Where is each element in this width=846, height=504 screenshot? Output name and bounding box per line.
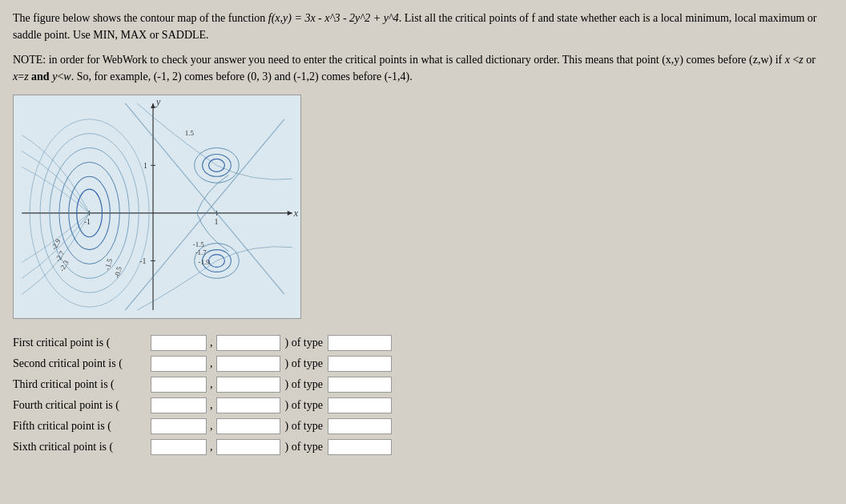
cp4-y-input[interactable] bbox=[216, 397, 280, 413]
cp6-type-input[interactable] bbox=[328, 439, 392, 455]
contour-map: x y 1 -1 1 -1 bbox=[13, 95, 301, 319]
cp3-comma: , bbox=[210, 378, 213, 391]
cp6-comma: , bbox=[210, 441, 213, 454]
cp4-of-type: ) of type bbox=[285, 399, 323, 412]
critical-point-row-2: Second critical point is ( , ) of type bbox=[13, 356, 833, 372]
cp2-of-type: ) of type bbox=[285, 357, 323, 370]
cp3-x-input[interactable] bbox=[151, 377, 207, 393]
cp5-type-input[interactable] bbox=[328, 418, 392, 434]
cp2-type-input[interactable] bbox=[328, 356, 392, 372]
cp4-label: Fourth critical point is ( bbox=[13, 399, 149, 412]
cp3-type-input[interactable] bbox=[328, 377, 392, 393]
cp1-comma: , bbox=[210, 337, 213, 349]
problem-description: The figure below shows the contour map o… bbox=[13, 10, 830, 43]
cp6-label: Sixth critical point is ( bbox=[13, 441, 149, 454]
svg-text:1.5: 1.5 bbox=[185, 129, 195, 137]
cp6-y-input[interactable] bbox=[216, 439, 280, 455]
svg-text:-1.7: -1.7 bbox=[195, 248, 207, 256]
cp6-x-input[interactable] bbox=[151, 439, 207, 455]
cp2-comma: , bbox=[210, 357, 213, 370]
critical-point-row-4: Fourth critical point is ( , ) of type bbox=[13, 397, 833, 413]
critical-point-row-5: Fifth critical point is ( , ) of type bbox=[13, 418, 833, 434]
cp1-label: First critical point is ( bbox=[13, 337, 149, 349]
cp1-y-input[interactable] bbox=[216, 335, 280, 351]
cp1-of-type: ) of type bbox=[285, 337, 323, 349]
cp3-y-input[interactable] bbox=[216, 377, 280, 393]
cp5-label: Fifth critical point is ( bbox=[13, 420, 149, 433]
cp4-comma: , bbox=[210, 399, 213, 412]
cp3-of-type: ) of type bbox=[285, 378, 323, 391]
svg-text:1: 1 bbox=[143, 161, 147, 170]
inputs-section: First critical point is ( , ) of type Se… bbox=[13, 335, 833, 455]
cp6-of-type: ) of type bbox=[285, 441, 323, 454]
svg-text:-1.9: -1.9 bbox=[199, 258, 211, 266]
cp2-x-input[interactable] bbox=[151, 356, 207, 372]
critical-point-row-6: Sixth critical point is ( , ) of type bbox=[13, 439, 833, 455]
cp2-y-input[interactable] bbox=[216, 356, 280, 372]
cp5-y-input[interactable] bbox=[216, 418, 280, 434]
cp1-type-input[interactable] bbox=[328, 335, 392, 351]
cp2-label: Second critical point is ( bbox=[13, 357, 149, 370]
svg-text:1: 1 bbox=[214, 217, 218, 226]
cp1-x-input[interactable] bbox=[151, 335, 207, 351]
cp5-of-type: ) of type bbox=[285, 420, 323, 433]
svg-text:y: y bbox=[155, 96, 161, 107]
cp3-label: Third critical point is ( bbox=[13, 378, 149, 391]
svg-rect-0 bbox=[14, 95, 300, 318]
svg-text:x: x bbox=[293, 208, 299, 219]
cp4-x-input[interactable] bbox=[151, 397, 207, 413]
cp5-comma: , bbox=[210, 420, 213, 433]
note-text: NOTE: in order for WebWork to check your… bbox=[13, 51, 830, 85]
function-text: f(x,y) = 3x - x^3 - 2y^2 + y^4 bbox=[268, 12, 399, 24]
problem-text-start: The figure below shows the contour map o… bbox=[13, 12, 268, 24]
critical-point-row-1: First critical point is ( , ) of type bbox=[13, 335, 833, 351]
cp4-type-input[interactable] bbox=[328, 397, 392, 413]
cp5-x-input[interactable] bbox=[151, 418, 207, 434]
critical-point-row-3: Third critical point is ( , ) of type bbox=[13, 377, 833, 393]
svg-text:-1.5: -1.5 bbox=[193, 240, 205, 248]
